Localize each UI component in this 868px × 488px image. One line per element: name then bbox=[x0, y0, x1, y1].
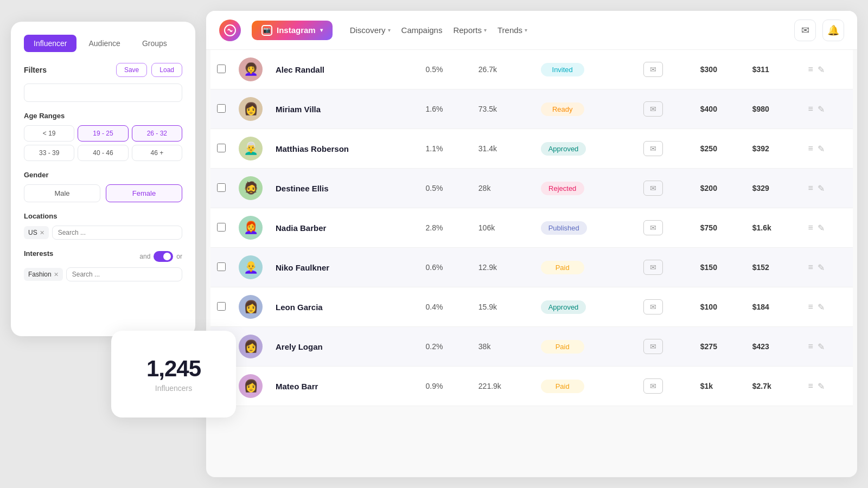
mail-icon[interactable]: ✉ bbox=[643, 220, 663, 235]
row-avatar-cell: 👩 bbox=[232, 327, 269, 367]
edit-icon[interactable]: ✎ bbox=[818, 302, 825, 312]
list-icon[interactable]: ≡ bbox=[808, 262, 813, 272]
age-ranges-title: Age Ranges bbox=[24, 112, 182, 120]
row-mail-cell: ✉ bbox=[637, 89, 693, 129]
row-avatar-cell: 👩‍🦱 bbox=[232, 50, 269, 89]
edit-icon[interactable]: ✎ bbox=[818, 381, 825, 391]
mail-nav-button[interactable]: ✉ bbox=[794, 20, 816, 41]
row-checkbox-cell bbox=[210, 248, 232, 287]
age-btn-46plus[interactable]: 46 + bbox=[132, 145, 182, 161]
avatar: 👩‍🦲 bbox=[239, 255, 263, 279]
or-label: or bbox=[176, 253, 182, 260]
row-status: Paid bbox=[534, 367, 637, 406]
list-icon[interactable]: ≡ bbox=[808, 183, 813, 193]
row-price2: $311 bbox=[746, 50, 802, 89]
mail-icon[interactable]: ✉ bbox=[643, 339, 663, 354]
age-btn-40-46[interactable]: 40 - 46 bbox=[78, 145, 128, 161]
row-actions: ≡ ✎ bbox=[801, 169, 853, 208]
row-checkbox[interactable] bbox=[217, 302, 226, 311]
load-button[interactable]: Load bbox=[151, 63, 182, 77]
row-actions: ≡ ✎ bbox=[801, 367, 853, 406]
row-er: 0.2% bbox=[419, 327, 472, 367]
list-icon[interactable]: ≡ bbox=[808, 381, 813, 391]
list-icon[interactable]: ≡ bbox=[808, 104, 813, 114]
edit-icon[interactable]: ✎ bbox=[818, 223, 825, 233]
mail-icon[interactable]: ✉ bbox=[643, 62, 663, 77]
main-search-input[interactable] bbox=[24, 84, 182, 102]
mail-icon[interactable]: ✉ bbox=[643, 181, 663, 196]
row-status: Approved bbox=[534, 129, 637, 169]
edit-icon[interactable]: ✎ bbox=[818, 262, 825, 273]
age-btn-lt19[interactable]: < 19 bbox=[24, 125, 74, 142]
row-mail-cell: ✉ bbox=[637, 327, 693, 367]
mail-icon[interactable]: ✉ bbox=[643, 299, 663, 314]
row-checkbox-cell bbox=[210, 208, 232, 248]
remove-interest-fashion[interactable]: ✕ bbox=[54, 271, 59, 278]
nav-trends[interactable]: Trends ▾ bbox=[497, 22, 527, 38]
row-checkbox[interactable] bbox=[217, 183, 226, 192]
list-icon[interactable]: ≡ bbox=[808, 65, 813, 74]
instagram-platform-btn[interactable]: 📷 Instagram ▾ bbox=[252, 21, 333, 40]
list-icon[interactable]: ≡ bbox=[808, 144, 813, 153]
row-followers: 73.5k bbox=[472, 89, 534, 129]
avatar: 👩 bbox=[239, 374, 263, 398]
row-checkbox[interactable] bbox=[217, 262, 226, 271]
reports-chevron: ▾ bbox=[484, 27, 487, 33]
filters-title: Filters bbox=[24, 66, 47, 74]
row-followers: 221.9k bbox=[472, 367, 534, 406]
table-row: 👨‍🦳 Matthias Roberson 1.1% 31.4k Approve… bbox=[210, 129, 853, 169]
remove-location-us[interactable]: ✕ bbox=[40, 229, 44, 236]
gender-female-btn[interactable]: Female bbox=[106, 184, 182, 202]
age-btn-19-25[interactable]: 19 - 25 bbox=[78, 125, 128, 142]
and-or-toggle[interactable] bbox=[154, 251, 173, 262]
edit-icon[interactable]: ✎ bbox=[818, 65, 825, 75]
avatar: 👩‍🦰 bbox=[239, 216, 263, 240]
edit-icon[interactable]: ✎ bbox=[818, 144, 825, 154]
row-avatar-cell: 👩 bbox=[232, 89, 269, 129]
row-avatar-cell: 👨‍🦳 bbox=[232, 129, 269, 169]
edit-icon[interactable]: ✎ bbox=[818, 183, 825, 194]
row-checkbox[interactable] bbox=[217, 144, 226, 152]
mail-icon[interactable]: ✉ bbox=[643, 260, 663, 275]
bell-nav-button[interactable]: 🔔 bbox=[822, 20, 844, 41]
tab-audience[interactable]: Audience bbox=[79, 35, 130, 52]
row-status: Rejected bbox=[534, 169, 637, 208]
row-checkbox[interactable] bbox=[217, 223, 226, 232]
row-followers: 28k bbox=[472, 169, 534, 208]
row-actions: ≡ ✎ bbox=[801, 327, 853, 367]
row-checkbox[interactable] bbox=[217, 65, 226, 73]
nav-discovery[interactable]: Discovery ▾ bbox=[350, 22, 391, 38]
age-btn-26-32[interactable]: 26 - 32 bbox=[132, 125, 182, 142]
age-btn-33-39[interactable]: 33 - 39 bbox=[24, 145, 74, 161]
mail-icon[interactable]: ✉ bbox=[643, 101, 663, 117]
gender-male-btn[interactable]: Male bbox=[24, 184, 100, 202]
nav-reports[interactable]: Reports ▾ bbox=[453, 22, 487, 38]
location-search-input[interactable] bbox=[52, 226, 182, 240]
row-status: Ready bbox=[534, 89, 637, 129]
interest-input-row: Fashion ✕ bbox=[24, 267, 182, 281]
tab-groups[interactable]: Groups bbox=[132, 35, 177, 52]
row-checkbox[interactable] bbox=[217, 104, 226, 113]
app-logo bbox=[219, 20, 241, 41]
tab-bar: Influencer Audience Groups bbox=[24, 35, 182, 52]
nav-campaigns[interactable]: Campaigns bbox=[401, 22, 443, 38]
list-icon[interactable]: ≡ bbox=[808, 302, 813, 312]
avatar: 🧔 bbox=[239, 176, 263, 200]
row-followers: 26.7k bbox=[472, 50, 534, 89]
row-er: 0.6% bbox=[419, 248, 472, 287]
row-price2: $423 bbox=[746, 327, 802, 367]
mail-icon[interactable]: ✉ bbox=[643, 378, 663, 394]
tab-influencer[interactable]: Influencer bbox=[24, 35, 76, 52]
list-icon[interactable]: ≡ bbox=[808, 223, 813, 233]
edit-icon[interactable]: ✎ bbox=[818, 104, 825, 114]
list-icon[interactable]: ≡ bbox=[808, 342, 813, 351]
interests-header: Interests and or bbox=[24, 249, 182, 263]
edit-icon[interactable]: ✎ bbox=[818, 342, 825, 352]
mail-icon[interactable]: ✉ bbox=[643, 141, 663, 156]
locations-section: Locations US ✕ bbox=[24, 212, 182, 240]
interest-search-input[interactable] bbox=[66, 267, 182, 281]
save-button[interactable]: Save bbox=[116, 63, 147, 77]
row-actions: ≡ ✎ bbox=[801, 208, 853, 248]
row-price2: $392 bbox=[746, 129, 802, 169]
row-name: Miriam Villa bbox=[269, 89, 419, 129]
